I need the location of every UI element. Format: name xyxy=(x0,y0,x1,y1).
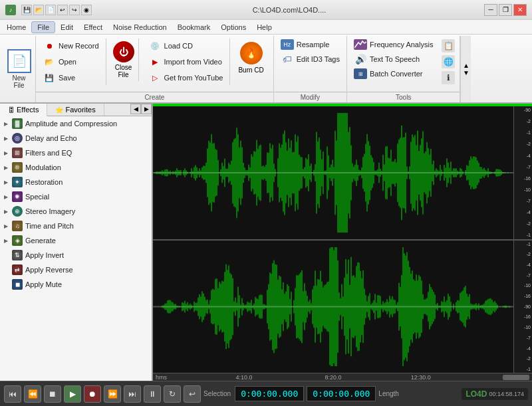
waveform-canvas-1 xyxy=(153,106,513,239)
effect-generate[interactable]: ▶ ◈ Generate xyxy=(0,233,152,248)
db-label: -90 xyxy=(515,108,531,112)
load-cd-button[interactable]: 💿 Load CD xyxy=(146,39,226,53)
effect-stereo[interactable]: ▶ ⊕ Stereo Imagery xyxy=(0,204,152,219)
new-file-button[interactable]: 📄 NewFile xyxy=(3,36,36,102)
menu-file[interactable]: File xyxy=(31,21,55,33)
scrollbar-thumb[interactable] xyxy=(503,375,529,380)
arrow-icon: ▶ xyxy=(4,136,8,142)
extra-tool-3[interactable]: ℹ xyxy=(441,70,456,85)
extra-tool-1[interactable]: 📋 xyxy=(441,39,456,53)
import-video-button[interactable]: ▶ Import from Video xyxy=(146,54,226,69)
horizontal-scrollbar[interactable]: hms 4:10.0 8:20.0 12:30.0 xyxy=(153,373,532,381)
waveform-track-2[interactable] xyxy=(153,241,513,373)
arrow-icon: ▶ xyxy=(4,223,8,229)
db-label: -16 xyxy=(515,176,531,181)
main-area: 🎛 Effects ⭐ Favorites ◀ ▶ ▶ ▓ Amplitude … xyxy=(0,104,532,381)
close-button[interactable]: ✕ xyxy=(513,4,527,16)
new-record-button[interactable]: ⏺ New Record xyxy=(40,39,102,53)
open-button[interactable]: 📂 Open xyxy=(40,54,102,69)
quick-undo-btn[interactable]: ↩ xyxy=(57,5,68,15)
effect-apply-mute[interactable]: ▶ ◼ Apply Mute xyxy=(0,277,152,292)
effect-apply-reverse[interactable]: ▶ ⇄ Apply Reverse xyxy=(0,262,152,277)
db-label: -7 xyxy=(515,165,531,169)
youtube-icon: ▷ xyxy=(148,71,162,84)
close-file-icon: ⏻ xyxy=(113,41,134,62)
frequency-analysis-button[interactable]: Frequency Analysis xyxy=(351,39,436,51)
effect-amplitude[interactable]: ▶ ▓ Amplitude and Compression xyxy=(0,116,152,131)
quick-new-btn[interactable]: 📄 xyxy=(45,5,56,15)
tools-section-content: Frequency Analysis 🔊 Text To Speech ⊞ Ba… xyxy=(347,36,460,92)
effect-pitch[interactable]: ▶ ♫ Time and Pitch xyxy=(0,219,152,233)
db-scale: -90 -2 -1 -2 -4 -7 -16 -10 -7 -4 -2 -1 -… xyxy=(513,106,532,373)
menu-options[interactable]: Options xyxy=(215,22,251,33)
save-button[interactable]: 💾 Save xyxy=(40,70,102,85)
arrow-icon: ▶ xyxy=(4,121,8,127)
menu-edit[interactable]: Edit xyxy=(55,22,78,33)
tab-effects[interactable]: 🎛 Effects xyxy=(0,104,47,116)
transport-loop[interactable]: ↻ xyxy=(164,385,181,403)
transport-stop[interactable]: ⏹ xyxy=(44,385,61,403)
edit-id3-button[interactable]: 🏷 Edit ID3 Tags xyxy=(278,52,342,66)
db-label: -4 xyxy=(515,153,531,158)
arrow-icon: ▶ xyxy=(4,238,8,244)
panel-nav-next[interactable]: ▶ xyxy=(141,104,152,114)
quick-redo-btn[interactable]: ↪ xyxy=(69,5,80,15)
db-label: -1 xyxy=(515,130,531,135)
transport-skip-back[interactable]: ⏮ xyxy=(4,385,21,403)
effect-modulation[interactable]: ▶ ❊ Modulation xyxy=(0,160,152,175)
db-label: -2 xyxy=(515,252,531,256)
logo-area: LO4D 00:14:58.174 xyxy=(462,388,528,400)
arrow-icon: ▶ xyxy=(4,194,8,200)
db-label: -4 xyxy=(515,346,531,351)
file-ops-col: ⏺ New Record 📂 Open 💾 Save xyxy=(40,39,106,85)
waveform-track-1[interactable] xyxy=(153,106,513,241)
get-youtube-button[interactable]: ▷ Get from YouTube xyxy=(146,70,226,85)
extra-tool-2[interactable]: 🌐 xyxy=(441,54,456,69)
transport-undo[interactable]: ↩ xyxy=(184,385,201,403)
minimize-button[interactable]: ─ xyxy=(484,4,497,16)
db-label: -7 xyxy=(515,336,531,340)
menu-noise-reduction[interactable]: Noise Reduction xyxy=(108,22,172,33)
quick-extra-btn[interactable]: ◉ xyxy=(81,5,92,15)
ribbon-create-section: ⏺ New Record 📂 Open 💾 Save ⏻ CloseFile xyxy=(36,36,274,102)
transport-record[interactable]: ⏺ xyxy=(84,385,101,403)
modify-section-content: Hz Resample 🏷 Edit ID3 Tags xyxy=(274,36,346,92)
transport-play[interactable]: ▶ xyxy=(64,385,81,403)
effect-apply-invert[interactable]: ▶ ⇅ Apply Invert xyxy=(0,248,152,262)
menu-help[interactable]: Help xyxy=(251,22,277,33)
effect-restoration[interactable]: ▶ ✦ Restoration xyxy=(0,175,152,189)
restore-button[interactable]: ❐ xyxy=(499,4,512,16)
transport-forward[interactable]: ⏩ xyxy=(104,385,121,403)
transport-pause[interactable]: ⏸ xyxy=(144,385,161,403)
transport-skip-fwd[interactable]: ⏭ xyxy=(124,385,141,403)
db-label: -2 xyxy=(515,142,531,146)
batch-converter-button[interactable]: ⊞ Batch Converter xyxy=(351,68,436,80)
burn-cd-button[interactable]: 🔥 Burn CD xyxy=(233,39,269,76)
panel-nav-prev[interactable]: ◀ xyxy=(130,104,141,114)
effect-special[interactable]: ▶ ✺ Special xyxy=(0,189,152,204)
arrow-icon: ▶ xyxy=(4,209,8,215)
menu-effect[interactable]: Effect xyxy=(78,22,108,33)
extra-icon-1: 📋 xyxy=(442,39,455,52)
effects-tab-icon: 🎛 xyxy=(8,106,15,114)
db-label: -16 xyxy=(515,294,531,298)
arrow-icon: ▶ xyxy=(4,165,8,171)
transport-rewind[interactable]: ⏪ xyxy=(24,385,41,403)
text-speech-button[interactable]: 🔊 Text To Speech xyxy=(351,52,436,66)
resample-button[interactable]: Hz Resample xyxy=(278,39,342,51)
ribbon-scroll-button[interactable]: ▲▼ xyxy=(460,36,471,102)
save-icon: 💾 xyxy=(43,71,56,84)
open-icon: 📂 xyxy=(43,55,56,68)
close-file-button[interactable]: ⏻ CloseFile xyxy=(109,39,139,81)
menu-bookmark[interactable]: Bookmark xyxy=(172,22,216,33)
logo-text: LO4D xyxy=(466,389,487,399)
effect-filters[interactable]: ▶ ⊞ Filters and EQ xyxy=(0,146,152,160)
quick-open-btn[interactable]: 📂 xyxy=(33,5,44,15)
tab-favorites[interactable]: ⭐ Favorites xyxy=(47,104,104,116)
time-marker-2: 8:20.0 xyxy=(325,374,342,381)
menu-home[interactable]: Home xyxy=(1,22,31,33)
quick-save-btn[interactable]: 💾 xyxy=(21,5,32,15)
waveform-area[interactable]: -90 -2 -1 -2 -4 -7 -16 -10 -7 -4 -2 -1 -… xyxy=(153,104,532,381)
effect-delay[interactable]: ▶ ◎ Delay and Echo xyxy=(0,131,152,146)
new-record-icon: ⏺ xyxy=(43,39,56,52)
